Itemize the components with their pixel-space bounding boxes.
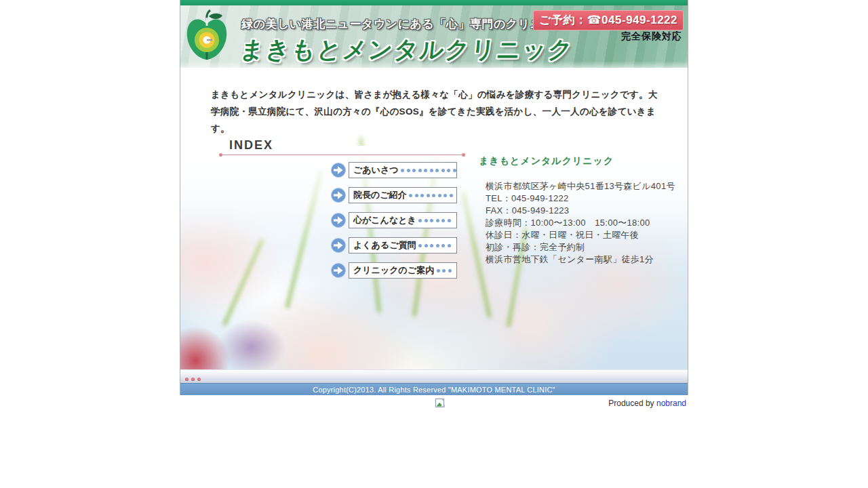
menu-button[interactable]: 院長のご紹介	[349, 187, 457, 203]
insurance-note: 完全保険対応	[621, 30, 682, 43]
main-content: まきもとメンタルクリニックは、皆さまが抱える様々な「心」の悩みを診療する専門クリ…	[180, 68, 688, 369]
index-menu: ごあいさつ 院長のご紹介 心がこんなとき よくあるご質問 クリニックのご案内	[331, 162, 457, 279]
footer-upper-bar	[180, 369, 688, 383]
menu-dot	[425, 219, 428, 222]
menu-dot	[437, 269, 440, 272]
arrow-right-icon	[331, 238, 346, 253]
clinic-address: 横浜市都筑区茅ヶ崎中央51番13号森ビル401号	[486, 180, 675, 192]
menu-dot	[447, 169, 450, 172]
menu-dot	[441, 169, 445, 172]
clinic-fax: FAX：045-949-1223	[486, 205, 675, 217]
page: 緑の美しい港北ニュータウンにある「心」専門のクリニック まきもとメンタルクリニッ…	[0, 0, 868, 488]
menu-dot	[425, 244, 428, 247]
menu-dot	[430, 244, 433, 247]
menu-dot	[450, 194, 453, 197]
footer-dot	[185, 378, 189, 381]
menu-item-faq[interactable]: よくあるご質問	[331, 237, 457, 253]
menu-label: 院長のご紹介	[353, 189, 407, 201]
intro-paragraph: まきもとメンタルクリニックは、皆さまが抱える様々な「心」の悩みを診療する専門クリ…	[211, 87, 661, 138]
nobrand-link[interactable]: nobrand	[656, 399, 686, 408]
menu-dot	[418, 244, 422, 247]
menu-item-director[interactable]: 院長のご紹介	[331, 187, 457, 203]
clinic-hours: 診療時間：10:00〜13:00 15:00〜18:00	[486, 217, 675, 229]
menu-dot	[401, 169, 404, 172]
menu-dot	[448, 244, 451, 247]
menu-dot	[443, 194, 447, 197]
menu-dot	[420, 194, 424, 197]
clinic-access: 横浜市営地下鉄「センター南駅」徒歩1分	[486, 253, 675, 266]
menu-dot	[409, 194, 412, 197]
menu-item-clinic-guide[interactable]: クリニックのご案内	[331, 262, 457, 279]
footer-dot	[197, 378, 201, 381]
menu-dot	[438, 194, 441, 197]
menu-dot	[430, 169, 433, 172]
menu-dot	[430, 219, 433, 222]
reservation-phone-badge: ご予約：☎045-949-1222	[533, 10, 684, 30]
broken-image-icon	[435, 398, 445, 408]
menu-dot	[436, 244, 439, 247]
menu-dot	[418, 219, 422, 222]
menu-dot	[412, 169, 416, 172]
index-heading: INDEX	[229, 138, 273, 152]
produced-by-text: Produced by	[608, 399, 656, 408]
arrow-right-icon	[331, 213, 346, 228]
menu-dot	[448, 269, 452, 272]
menu-dot	[407, 169, 410, 172]
site-header: 緑の美しい港北ニュータウンにある「心」専門のクリニック まきもとメンタルクリニッ…	[180, 5, 688, 68]
header-top-bar	[180, 0, 688, 5]
footer-dots	[185, 378, 201, 381]
clinic-closed-days: 休診日：水曜・日曜・祝日・土曜午後	[486, 229, 675, 241]
clinic-info-title: まきもとメンタルクリニック	[479, 155, 614, 167]
menu-dot	[415, 194, 418, 197]
site-title: まきもとメンタルクリニック	[239, 34, 576, 66]
copyright-text: Copyright(C)2013. All Rights Reserved "M…	[313, 386, 555, 394]
menu-dot	[418, 169, 422, 172]
menu-button[interactable]: よくあるご質問	[349, 237, 457, 253]
menu-label: クリニックのご案内	[353, 264, 434, 277]
menu-label: ごあいさつ	[353, 164, 399, 176]
header-tagline: 緑の美しい港北ニュータウンにある「心」専門のクリニック	[241, 16, 566, 32]
menu-button[interactable]: クリニックのご案内	[349, 262, 457, 279]
clinic-appointment-policy: 初診・再診：完全予約制	[486, 241, 675, 253]
footer-copyright-bar: Copyright(C)2013. All Rights Reserved "M…	[180, 383, 688, 395]
menu-dot	[442, 269, 446, 272]
menu-dot	[432, 194, 435, 197]
menu-label: 心がこんなとき	[353, 214, 416, 226]
menu-dot	[441, 219, 445, 222]
menu-dot	[435, 169, 439, 172]
menu-label: よくあるご質問	[353, 239, 416, 251]
apple-logo-icon	[186, 9, 228, 66]
menu-item-greeting[interactable]: ごあいさつ	[331, 162, 457, 178]
menu-dot	[424, 169, 427, 172]
menu-dot	[427, 194, 430, 197]
clinic-info-block: 横浜市都筑区茅ヶ崎中央51番13号森ビル401号 TEL：045-949-122…	[486, 180, 675, 266]
clinic-tel: TEL：045-949-1222	[486, 192, 675, 205]
site-container: 緑の美しい港北ニュータウンにある「心」専門のクリニック まきもとメンタルクリニッ…	[180, 0, 688, 395]
menu-item-symptoms[interactable]: 心がこんなとき	[331, 212, 457, 228]
index-divider-line	[221, 155, 463, 155]
below-site-row: Produced by nobrand	[180, 395, 688, 411]
menu-dot	[441, 244, 445, 247]
arrow-right-icon	[331, 263, 346, 278]
menu-dot	[436, 219, 439, 222]
menu-dot	[453, 169, 456, 172]
menu-button[interactable]: 心がこんなとき	[349, 212, 457, 228]
arrow-right-icon	[331, 163, 346, 178]
arrow-right-icon	[331, 188, 346, 203]
menu-button[interactable]: ごあいさつ	[349, 162, 457, 178]
footer-dot	[191, 378, 195, 381]
produced-by: Produced by nobrand	[608, 399, 686, 408]
menu-dot	[448, 219, 451, 222]
flower-stem	[285, 170, 323, 309]
flower-stem	[222, 239, 264, 327]
